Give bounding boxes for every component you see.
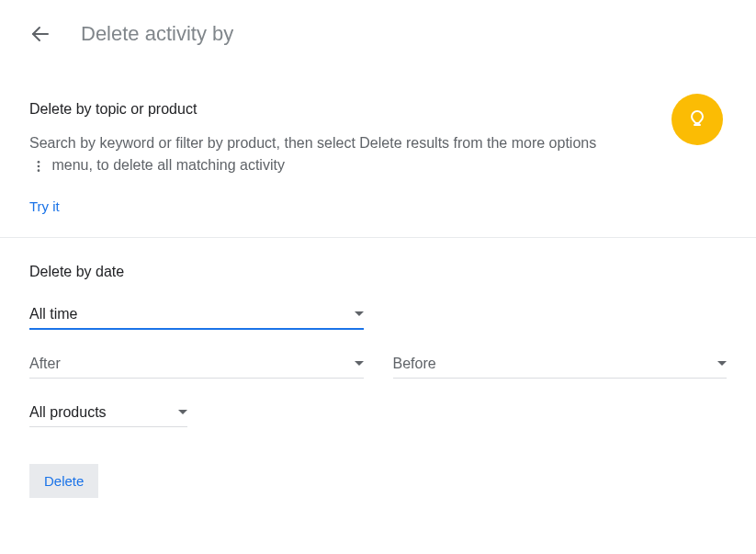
date-heading: Delete by date — [29, 264, 727, 280]
product-select[interactable]: All products — [29, 404, 187, 427]
delete-button[interactable]: Delete — [29, 464, 98, 498]
svg-point-1 — [38, 161, 40, 164]
topic-desc-before: Search by keyword or filter by product, … — [29, 135, 596, 151]
svg-point-2 — [38, 164, 40, 167]
topic-desc-after: menu, to delete all matching activity — [51, 157, 284, 173]
topic-heading: Delete by topic or product — [29, 101, 649, 118]
after-date-select[interactable]: After — [29, 356, 364, 379]
try-it-link[interactable]: Try it — [29, 198, 60, 214]
page-title: Delete activity by — [81, 22, 233, 46]
caret-down-icon — [717, 361, 727, 367]
caret-down-icon — [355, 311, 364, 317]
before-date-select[interactable]: Before — [393, 356, 728, 379]
before-date-label: Before — [393, 356, 436, 372]
date-range-select[interactable]: All time — [29, 306, 364, 330]
svg-point-3 — [38, 169, 40, 172]
caret-down-icon — [355, 361, 364, 367]
after-date-label: After — [29, 356, 61, 372]
caret-down-icon — [178, 410, 187, 415]
topic-description: Search by keyword or filter by product, … — [29, 132, 599, 176]
product-select-value: All products — [29, 404, 107, 421]
back-button[interactable] — [29, 23, 51, 45]
lightbulb-icon — [686, 108, 708, 130]
topic-section: Delete by topic or product Search by key… — [0, 101, 756, 215]
date-section: Delete by date All time After Before All… — [0, 238, 756, 498]
arrow-back-icon — [29, 23, 51, 45]
header: Delete activity by — [0, 0, 756, 68]
more-vert-icon — [31, 159, 46, 174]
tip-button[interactable] — [671, 94, 723, 145]
date-range-value: All time — [29, 306, 77, 322]
